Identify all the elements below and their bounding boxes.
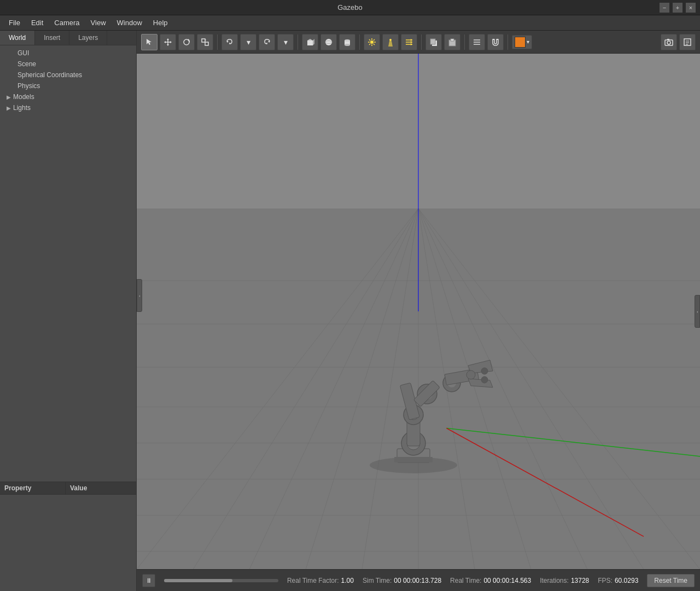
svg-point-19 xyxy=(345,39,350,42)
tree-item-spherical[interactable]: Spherical Coordinates xyxy=(0,69,136,80)
menu-file[interactable]: File xyxy=(3,16,26,29)
sim-time-item: Sim Time: 00 00:00:13.728 xyxy=(363,577,441,584)
svg-marker-15 xyxy=(313,39,314,45)
svg-point-20 xyxy=(345,44,350,46)
dir-light-button[interactable] xyxy=(401,34,417,50)
separator-4 xyxy=(421,34,422,50)
separator-6 xyxy=(508,34,508,50)
camera-icon xyxy=(664,38,673,47)
log-button[interactable] xyxy=(679,34,696,50)
color-swatch xyxy=(515,37,526,48)
copy-icon xyxy=(429,38,438,47)
app-title: Gazebo xyxy=(337,3,363,11)
point-light-button[interactable] xyxy=(364,34,380,50)
select-tool-button[interactable] xyxy=(141,34,158,50)
close-button[interactable]: × xyxy=(686,3,696,13)
fps-value: 60.0293 xyxy=(615,577,638,584)
sphere-icon xyxy=(324,38,333,47)
tree-item-scene[interactable]: Scene xyxy=(0,59,136,69)
rotate-tool-button[interactable] xyxy=(178,34,195,50)
redo-dropdown[interactable]: ▾ xyxy=(277,34,294,50)
sphere-shape-button[interactable] xyxy=(320,34,337,50)
lights-arrow-icon: ▶ xyxy=(7,105,11,111)
svg-rect-8 xyxy=(202,39,205,42)
svg-point-93 xyxy=(481,368,488,374)
iterations-value: 13728 xyxy=(571,577,589,584)
screenshot-button[interactable] xyxy=(661,34,677,50)
tree-item-gui[interactable]: GUI xyxy=(0,48,136,59)
robot-arm xyxy=(337,334,512,476)
tab-world[interactable]: World xyxy=(0,31,35,45)
viewport[interactable]: ··· xyxy=(137,54,700,569)
translate-tool-button[interactable] xyxy=(160,34,176,50)
menu-camera[interactable]: Camera xyxy=(49,16,85,29)
collapse-handle[interactable]: ··· xyxy=(137,279,142,312)
tree-item-physics[interactable]: Physics xyxy=(0,80,136,91)
real-time-factor-item: Real Time Factor: 1.00 xyxy=(287,577,354,584)
color-dropdown-arrow: ▾ xyxy=(527,39,529,45)
right-area: ▾ ▾ xyxy=(137,31,700,591)
real-time-factor-value: 1.00 xyxy=(341,577,354,584)
svg-rect-49 xyxy=(667,39,669,40)
value-col-label: Value xyxy=(66,482,91,494)
separator-2 xyxy=(298,34,298,50)
svg-marker-5 xyxy=(170,41,172,43)
svg-point-21 xyxy=(370,40,374,44)
tab-insert[interactable]: Insert xyxy=(35,31,69,45)
menu-window[interactable]: Window xyxy=(112,16,148,29)
svg-rect-77 xyxy=(394,457,433,462)
svg-marker-2 xyxy=(167,38,169,40)
magnet-icon xyxy=(491,38,500,47)
paste-button[interactable] xyxy=(444,34,460,50)
redo-icon xyxy=(262,38,271,47)
paste-icon xyxy=(448,38,457,47)
svg-line-26 xyxy=(369,39,370,40)
fps-label: FPS: xyxy=(598,577,612,584)
minimize-button[interactable]: − xyxy=(660,3,669,13)
box-shape-button[interactable] xyxy=(302,34,318,50)
svg-line-27 xyxy=(374,44,375,45)
svg-marker-4 xyxy=(164,41,166,43)
redo-button[interactable] xyxy=(259,34,275,50)
tree-item-models[interactable]: ▶ Models xyxy=(0,91,136,102)
tab-layers[interactable]: Layers xyxy=(69,31,107,45)
undo-dropdown[interactable]: ▾ xyxy=(240,34,256,50)
svg-rect-41 xyxy=(451,39,454,41)
color-picker[interactable]: ▾ xyxy=(512,35,532,49)
spot-light-button[interactable] xyxy=(382,34,399,50)
tree-item-lights[interactable]: ▶ Lights xyxy=(0,102,136,113)
real-time-value: 00 00:00:14.563 xyxy=(483,577,531,584)
titlebar: Gazebo − + × xyxy=(0,0,700,15)
reset-time-button[interactable]: Reset Time xyxy=(647,574,695,587)
magnet-button[interactable] xyxy=(487,34,504,50)
log-icon xyxy=(683,38,692,47)
cylinder-shape-button[interactable] xyxy=(339,34,355,50)
menu-help[interactable]: Help xyxy=(148,16,173,29)
scale-tool-button[interactable] xyxy=(197,34,213,50)
maximize-button[interactable]: + xyxy=(673,3,682,13)
iterations-label: Iterations: xyxy=(540,577,569,584)
align-button[interactable] xyxy=(469,34,485,50)
svg-rect-39 xyxy=(430,39,435,44)
separator-3 xyxy=(359,34,360,50)
pause-button[interactable]: ⏸ xyxy=(142,574,155,587)
svg-marker-3 xyxy=(167,44,169,46)
box-icon xyxy=(306,38,314,47)
svg-line-29 xyxy=(374,39,375,40)
svg-marker-37 xyxy=(411,43,412,45)
undo-button[interactable] xyxy=(221,34,238,50)
svg-point-16 xyxy=(325,39,332,45)
translate-icon xyxy=(164,38,172,47)
tree-label-physics: Physics xyxy=(18,82,40,90)
separator-1 xyxy=(217,34,218,50)
menu-view[interactable]: View xyxy=(85,16,112,29)
spotlight-icon xyxy=(386,38,395,47)
svg-point-30 xyxy=(389,39,392,41)
pause-icon: ⏸ xyxy=(145,577,152,584)
right-panel-handle[interactable]: ··· xyxy=(695,295,700,328)
menu-edit[interactable]: Edit xyxy=(26,16,49,29)
copy-button[interactable] xyxy=(425,34,442,50)
svg-marker-36 xyxy=(411,41,412,43)
real-time-factor-label: Real Time Factor: xyxy=(287,577,339,584)
svg-marker-11 xyxy=(227,40,229,43)
